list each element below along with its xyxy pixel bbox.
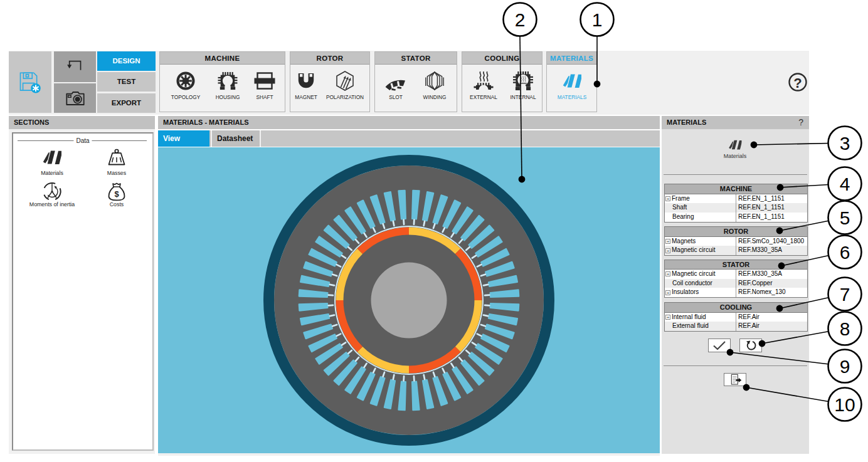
- svg-text:2: 2: [515, 9, 526, 30]
- svg-text:5: 5: [840, 207, 850, 228]
- svg-text:10: 10: [834, 394, 855, 415]
- svg-text:4: 4: [840, 174, 850, 194]
- svg-text:7: 7: [840, 284, 850, 305]
- svg-text:6: 6: [840, 242, 850, 263]
- svg-text:3: 3: [840, 133, 850, 154]
- svg-text:1: 1: [592, 9, 603, 30]
- svg-text:9: 9: [840, 356, 850, 377]
- svg-text:8: 8: [840, 318, 850, 339]
